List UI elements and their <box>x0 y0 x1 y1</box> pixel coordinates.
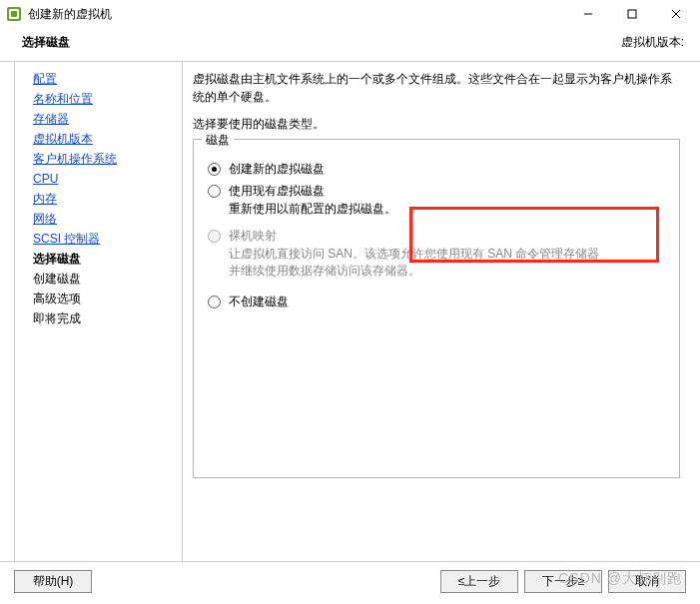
subdescription-text: 选择要使用的磁盘类型。 <box>193 116 680 133</box>
description-text: 虚拟磁盘由主机文件系统上的一个或多个文件组成。这些文件合在一起显示为客户机操作系… <box>193 70 680 106</box>
radio-sublabel: 让虚拟机直接访问 SAN。该选项允许您使用现有 SAN 命令管理存储器并继续使用… <box>229 246 608 280</box>
titlebar: 创建新的虚拟机 <box>0 0 700 28</box>
wizard-sidebar: 配置 名称和位置 存储器 虚拟机版本 客户机操作系统 CPU 内存 网络 SCS… <box>14 62 182 561</box>
page-step-title: 选择磁盘 <box>22 34 70 51</box>
help-button[interactable]: 帮助(H) <box>14 570 92 593</box>
next-button[interactable]: 下一步≥ <box>524 570 602 593</box>
sidebar-item-cpu[interactable]: CPU <box>33 170 182 188</box>
radio-option-no-disk[interactable]: 不创建磁盘 <box>208 294 665 309</box>
radio-option-use-existing[interactable]: 使用现有虚拟磁盘 重新使用以前配置的虚拟磁盘。 <box>208 183 665 218</box>
sidebar-item-advanced: 高级选项 <box>33 290 182 307</box>
sidebar-item-select-disk: 选择磁盘 <box>33 250 182 268</box>
sidebar-item-guest-os[interactable]: 客户机操作系统 <box>33 150 182 168</box>
back-button[interactable]: ≤上一步 <box>440 570 518 593</box>
sidebar-item-memory[interactable]: 内存 <box>33 190 182 208</box>
sidebar-item-ready: 即将完成 <box>33 309 182 327</box>
sidebar-item-config[interactable]: 配置 <box>33 70 182 88</box>
svg-rect-4 <box>628 10 636 18</box>
sidebar-item-name-location[interactable]: 名称和位置 <box>33 90 182 108</box>
sidebar-item-create-disk: 创建磁盘 <box>33 270 182 288</box>
sidebar-item-storage[interactable]: 存储器 <box>33 110 182 128</box>
radio-label: 创建新的虚拟磁盘 <box>229 161 325 177</box>
radio-icon[interactable] <box>208 163 221 176</box>
radio-sublabel: 重新使用以前配置的虚拟磁盘。 <box>229 201 396 218</box>
radio-icon[interactable] <box>208 185 221 198</box>
sidebar-item-vm-version[interactable]: 虚拟机版本 <box>33 130 182 148</box>
window-title: 创建新的虚拟机 <box>28 6 112 23</box>
sidebar-item-network[interactable]: 网络 <box>33 210 182 228</box>
main-panel: 虚拟磁盘由主机文件系统上的一个或多个文件组成。这些文件合在一起显示为客户机操作系… <box>182 62 700 561</box>
radio-label: 使用现有虚拟磁盘 <box>229 183 396 199</box>
cancel-button[interactable]: 取消 <box>608 570 686 593</box>
radio-icon <box>208 230 221 243</box>
subheader: 选择磁盘 虚拟机版本: <box>0 28 700 61</box>
fieldset-legend: 磁盘 <box>202 132 234 144</box>
footer: 帮助(H) ≤上一步 下一步≥ 取消 <box>0 561 700 601</box>
content: 配置 名称和位置 存储器 虚拟机版本 客户机操作系统 CPU 内存 网络 SCS… <box>0 62 700 561</box>
sidebar-item-scsi[interactable]: SCSI 控制器 <box>33 230 182 248</box>
close-button[interactable] <box>654 0 698 28</box>
maximize-button[interactable] <box>610 0 654 28</box>
radio-icon[interactable] <box>208 296 221 308</box>
disk-fieldset: 磁盘 创建新的虚拟磁盘 使用现有虚拟磁盘 重新使用以前配置的虚拟磁盘。 裸机映射 <box>193 139 680 478</box>
svg-rect-2 <box>11 11 17 17</box>
radio-option-create-new[interactable]: 创建新的虚拟磁盘 <box>208 161 665 177</box>
radio-option-rdm: 裸机映射 让虚拟机直接访问 SAN。该选项允许您使用现有 SAN 命令管理存储器… <box>208 228 665 280</box>
radio-label: 裸机映射 <box>229 228 608 244</box>
vm-version-label: 虚拟机版本: <box>621 34 684 51</box>
radio-label: 不创建磁盘 <box>229 294 289 309</box>
minimize-button[interactable] <box>566 0 610 28</box>
app-icon <box>6 6 22 22</box>
